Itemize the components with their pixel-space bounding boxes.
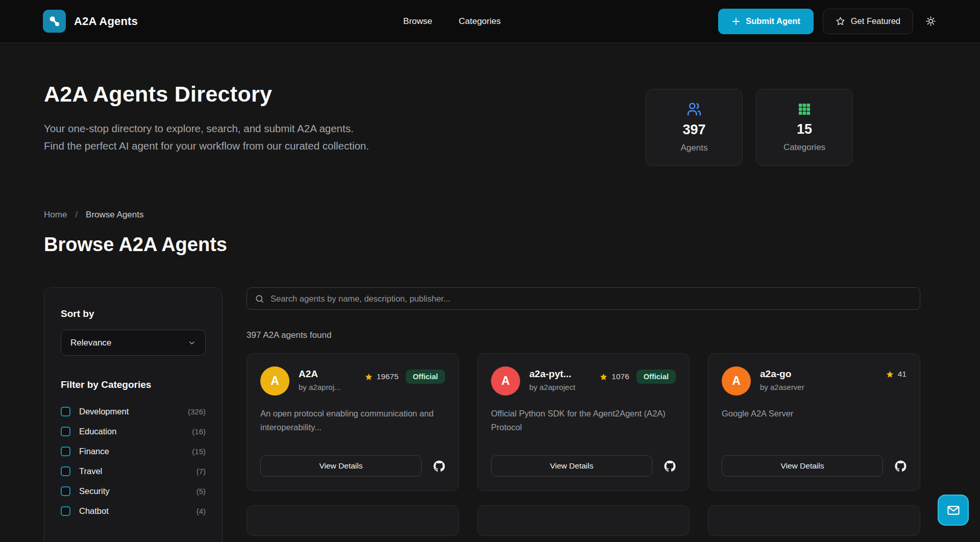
filters-sidebar: Sort by Relevance Filter by Categories D… — [44, 287, 223, 542]
card-title-col: a2a-go by a2aserver — [760, 366, 804, 391]
star-icon — [364, 373, 373, 381]
stat-card-agents: 397 Agents — [646, 89, 743, 166]
chevron-down-icon — [188, 339, 196, 347]
app-logo — [43, 10, 66, 33]
category-label: Chatbot — [79, 506, 109, 516]
card-head: A a2a-pyt... by a2aproject 1076 — [491, 366, 676, 396]
page-title: Browse A2A Agents — [44, 234, 920, 256]
agent-card-a2a-python[interactable]: A a2a-pyt... by a2aproject 1076 — [477, 353, 690, 491]
category-label: Travel — [79, 466, 102, 476]
nav-browse[interactable]: Browse — [403, 16, 432, 27]
category-row-travel[interactable]: Travel (7) — [61, 461, 206, 481]
sort-select-value: Relevance — [70, 338, 111, 348]
sort-select[interactable]: Relevance — [61, 330, 206, 356]
view-details-button[interactable]: View Details — [260, 455, 422, 477]
top-header: A2A Agents Browse Categories Submit Agen… — [0, 0, 980, 43]
breadcrumb-home[interactable]: Home — [44, 210, 67, 220]
star-count: 41 — [898, 369, 906, 379]
category-label: Finance — [79, 447, 109, 456]
breadcrumb: Home / Browse Agents — [44, 210, 920, 220]
breadcrumb-current: Browse Agents — [86, 210, 143, 220]
view-details-button[interactable]: View Details — [491, 455, 652, 477]
category-count: (16) — [192, 427, 206, 436]
agent-publisher: by a2aproj... — [299, 383, 341, 391]
card-title-col: a2a-pyt... by a2aproject — [529, 366, 575, 391]
agent-card-partial[interactable] — [477, 505, 690, 536]
card-footer: View Details — [260, 455, 445, 477]
category-row-chatbot[interactable]: Chatbot (4) — [61, 501, 206, 521]
breadcrumb-separator: / — [75, 210, 78, 220]
agents-count-label: Agents — [681, 143, 708, 153]
official-badge: Official — [636, 369, 676, 384]
link-icon — [48, 15, 61, 28]
avatar: A — [260, 366, 289, 396]
agent-publisher: by a2aproject — [529, 383, 575, 391]
brand-name: A2A Agents — [74, 15, 138, 28]
submit-agent-label: Submit Agent — [746, 16, 800, 26]
search-bar — [247, 287, 920, 310]
agent-card-partial[interactable] — [247, 505, 459, 536]
agent-description: Google A2A Server — [722, 407, 906, 455]
star-rating: 1076 — [599, 372, 629, 381]
card-head: A A2A by a2aproj... 19675 — [260, 366, 445, 396]
agent-card-partial[interactable] — [708, 505, 920, 536]
header-actions: Submit Agent Get Featured — [718, 9, 936, 34]
star-outline-icon — [836, 16, 845, 26]
agent-description: Official Python SDK for the Agent2Agent … — [491, 407, 676, 455]
nav-categories[interactable]: Categories — [459, 16, 501, 27]
category-row-education[interactable]: Education (16) — [61, 422, 206, 441]
category-label: Development — [79, 407, 129, 416]
agent-name: a2a-go — [760, 368, 804, 380]
stats-row: 397 Agents 15 Categories — [646, 89, 853, 166]
agent-cards-grid-next-row — [247, 505, 920, 536]
checkbox-finance[interactable] — [61, 447, 70, 456]
search-icon — [255, 294, 264, 304]
agents-count: 397 — [682, 122, 705, 138]
categories-count-label: Categories — [783, 142, 825, 153]
stat-card-categories: 15 Categories — [756, 89, 853, 166]
mail-icon — [946, 503, 961, 518]
hero-title: A2A Agents Directory — [44, 82, 369, 107]
github-icon[interactable] — [433, 460, 445, 472]
card-head: A a2a-go by a2aserver 41 — [722, 366, 906, 396]
agent-card-a2a[interactable]: A A2A by a2aproj... 19675 — [247, 353, 459, 491]
avatar: A — [722, 366, 751, 396]
filter-heading: Filter by Categories — [61, 379, 206, 390]
view-details-button[interactable]: View Details — [722, 455, 883, 477]
checkbox-travel[interactable] — [61, 466, 70, 476]
brand[interactable]: A2A Agents — [43, 10, 138, 33]
checkbox-security[interactable] — [61, 486, 70, 496]
card-meta: 1076 Official — [599, 366, 676, 384]
categories-count: 15 — [797, 121, 812, 137]
category-count: (326) — [188, 407, 206, 416]
avatar: A — [491, 366, 520, 396]
get-featured-button[interactable]: Get Featured — [823, 9, 913, 34]
card-footer: View Details — [722, 455, 906, 477]
category-row-development[interactable]: Development (326) — [61, 402, 206, 422]
category-row-security[interactable]: Security (5) — [61, 481, 206, 501]
results-column: 397 A2A agents found A A2A by a2aproj... — [247, 287, 920, 536]
github-icon[interactable] — [664, 460, 676, 472]
card-meta: 41 — [886, 366, 906, 379]
star-icon — [886, 370, 894, 379]
star-rating: 41 — [886, 369, 906, 379]
contact-chat-button[interactable] — [938, 495, 969, 526]
theme-toggle-sun-icon[interactable] — [925, 16, 936, 27]
submit-agent-button[interactable]: Submit Agent — [718, 9, 814, 34]
page-heading-block: Home / Browse Agents Browse A2A Agents — [0, 210, 980, 256]
category-count: (4) — [197, 507, 206, 515]
agent-name: a2a-pyt... — [529, 368, 575, 380]
search-input[interactable] — [271, 294, 912, 304]
users-icon — [687, 102, 702, 117]
category-count: (5) — [197, 487, 206, 496]
category-row-finance[interactable]: Finance (15) — [61, 441, 206, 461]
agent-card-a2a-go[interactable]: A a2a-go by a2aserver 41 — [708, 353, 920, 491]
checkbox-development[interactable] — [61, 407, 70, 416]
official-badge: Official — [406, 369, 445, 384]
checkbox-chatbot[interactable] — [61, 506, 70, 516]
agent-publisher: by a2aserver — [760, 383, 804, 391]
star-rating: 19675 — [364, 372, 399, 381]
sort-by-heading: Sort by — [61, 308, 206, 319]
github-icon[interactable] — [895, 460, 906, 472]
checkbox-education[interactable] — [61, 427, 70, 436]
